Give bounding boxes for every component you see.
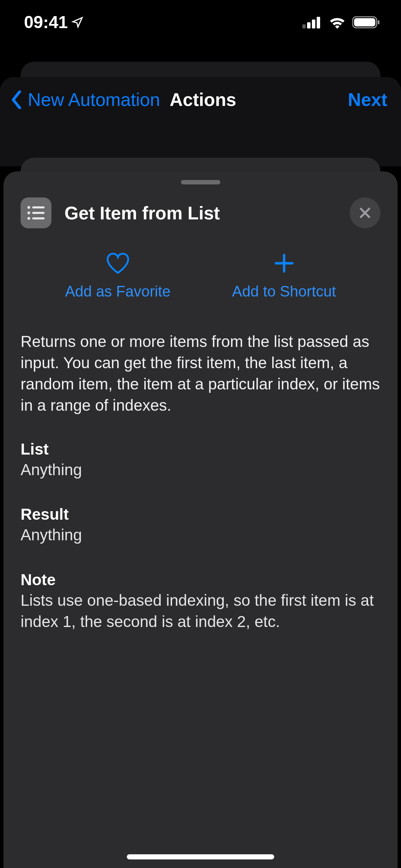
- cellular-icon: [302, 16, 322, 28]
- svg-point-11: [27, 217, 30, 220]
- back-button[interactable]: New Automation: [10, 89, 160, 110]
- svg-rect-12: [32, 217, 45, 219]
- svg-rect-0: [302, 24, 306, 28]
- result-heading: Result: [21, 505, 380, 523]
- add-as-favorite-button[interactable]: Add as Favorite: [65, 252, 171, 300]
- sheet-header: Get Item from List: [21, 197, 380, 228]
- list-value: Anything: [21, 459, 380, 480]
- sheet-title: Get Item from List: [64, 203, 220, 224]
- svg-rect-5: [354, 18, 375, 26]
- result-value: Anything: [21, 524, 380, 545]
- location-icon: [71, 16, 84, 28]
- plus-icon: [273, 252, 295, 274]
- svg-rect-8: [32, 206, 45, 208]
- nav-title: Actions: [170, 89, 236, 110]
- sheet-actions-row: Add as Favorite Add to Shortcut: [21, 252, 380, 300]
- section-note: Note Lists use one-based indexing, so th…: [21, 570, 380, 632]
- list-icon: [21, 197, 51, 228]
- sheet-grabber[interactable]: [181, 180, 220, 184]
- status-time-text: 09:41: [24, 12, 68, 32]
- shortcut-label: Add to Shortcut: [232, 283, 336, 300]
- svg-point-9: [27, 212, 30, 214]
- svg-rect-3: [317, 17, 320, 28]
- close-icon: [358, 206, 372, 220]
- note-value: Lists use one-based indexing, so the fir…: [21, 590, 380, 632]
- wifi-icon: [328, 16, 346, 29]
- favorite-label: Add as Favorite: [65, 283, 171, 300]
- svg-point-7: [27, 206, 30, 209]
- detail-sheet: Get Item from List Add as Favorite Add t…: [3, 171, 398, 868]
- home-indicator[interactable]: [127, 854, 274, 859]
- action-description: Returns one or more items from the list …: [21, 331, 380, 416]
- back-label: New Automation: [28, 89, 160, 110]
- list-heading: List: [21, 440, 380, 458]
- svg-rect-10: [32, 212, 45, 214]
- svg-rect-6: [378, 20, 379, 24]
- status-bar: 09:41: [0, 0, 401, 45]
- add-to-shortcut-button[interactable]: Add to Shortcut: [232, 252, 336, 300]
- battery-icon: [352, 16, 380, 29]
- section-list: List Anything: [21, 440, 380, 480]
- chevron-left-icon: [10, 91, 23, 109]
- close-button[interactable]: [350, 197, 380, 228]
- section-result: Result Anything: [21, 505, 380, 545]
- next-button[interactable]: Next: [348, 89, 387, 110]
- status-time: 09:41: [24, 12, 84, 32]
- heart-icon: [106, 252, 130, 274]
- svg-rect-1: [307, 22, 311, 28]
- note-heading: Note: [21, 570, 380, 589]
- nav-bar: New Automation Actions Next: [0, 77, 401, 166]
- svg-rect-2: [312, 20, 315, 28]
- status-indicators: [302, 16, 380, 29]
